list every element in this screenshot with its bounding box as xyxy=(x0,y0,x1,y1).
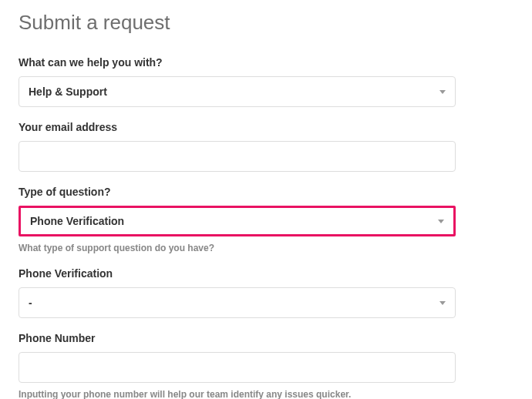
phone-number-input[interactable] xyxy=(19,352,456,383)
chevron-down-icon xyxy=(438,220,444,223)
phone-verification-label: Phone Verification xyxy=(19,267,513,280)
chevron-down-icon xyxy=(439,90,446,94)
phone-number-help: Inputting your phone number will help ou… xyxy=(19,389,513,399)
question-type-value: Phone Verification xyxy=(30,215,124,227)
question-type-help: What type of support question do you hav… xyxy=(19,243,513,253)
question-type-label: Type of question? xyxy=(19,186,513,198)
phone-number-label: Phone Number xyxy=(19,332,513,344)
email-input[interactable] xyxy=(19,141,456,172)
form-group-email: Your email address xyxy=(19,121,513,172)
help-with-label: What can we help you with? xyxy=(19,56,513,69)
form-group-help-with: What can we help you with? Help & Suppor… xyxy=(19,56,513,107)
help-with-select[interactable]: Help & Support xyxy=(19,76,456,107)
question-type-select[interactable]: Phone Verification xyxy=(19,206,456,236)
help-with-value: Help & Support xyxy=(29,86,107,98)
email-label: Your email address xyxy=(19,121,513,133)
form-group-question-type: Type of question? Phone Verification Wha… xyxy=(19,186,513,253)
phone-verification-value: - xyxy=(29,297,32,309)
form-group-phone-number: Phone Number Inputting your phone number… xyxy=(19,332,513,399)
form-group-phone-verification: Phone Verification - xyxy=(19,267,513,318)
page-title: Submit a request xyxy=(19,11,513,35)
phone-verification-select[interactable]: - xyxy=(19,287,456,318)
chevron-down-icon xyxy=(439,301,446,305)
